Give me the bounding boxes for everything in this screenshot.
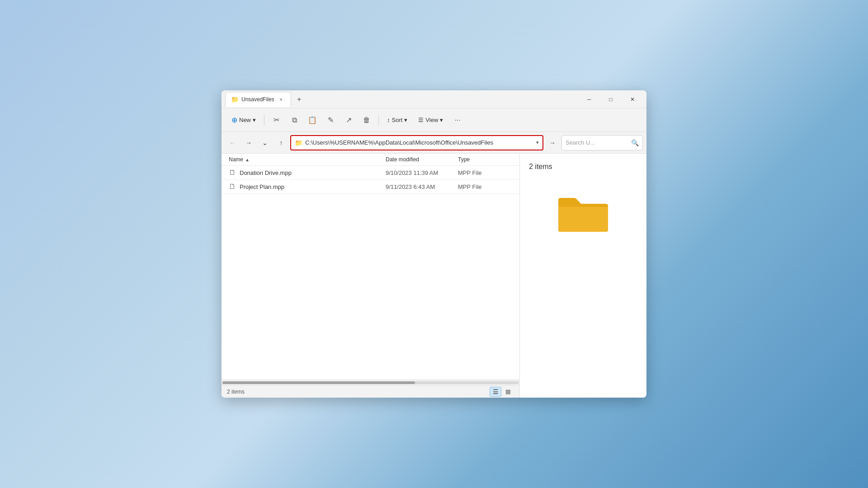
title-bar: 📁 UnsavedFiles × + ─ □ ✕ bbox=[222, 90, 646, 108]
view-button[interactable]: ☰ View ▾ bbox=[414, 112, 448, 128]
tab-close-button[interactable]: × bbox=[277, 95, 285, 103]
file-pane: Name ▲ Date modified Type 🗋 Donation Dri… bbox=[222, 154, 520, 398]
status-item-count: 2 items bbox=[227, 389, 245, 395]
address-go-button[interactable]: → bbox=[545, 136, 560, 150]
cut-button[interactable]: ✂ bbox=[268, 112, 284, 128]
view-label: View bbox=[425, 117, 438, 123]
search-placeholder: Search U... bbox=[566, 139, 628, 146]
back-button[interactable]: ← bbox=[225, 136, 240, 150]
sort-dropdown-icon: ▾ bbox=[404, 117, 407, 123]
search-box[interactable]: Search U... 🔍 bbox=[561, 135, 643, 150]
file-date: 9/10/2023 11:39 AM bbox=[386, 169, 458, 176]
new-tab-button[interactable]: + bbox=[293, 93, 306, 106]
more-button[interactable]: ··· bbox=[449, 112, 466, 128]
new-dropdown-icon: ▾ bbox=[253, 117, 256, 123]
rename-button[interactable]: ✎ bbox=[322, 112, 339, 128]
share-icon: ↗ bbox=[346, 116, 352, 124]
new-icon: ⊕ bbox=[231, 116, 237, 124]
preview-folder-icon bbox=[556, 189, 610, 234]
scrollbar-thumb[interactable] bbox=[222, 381, 415, 384]
sort-arrow-icon: ▲ bbox=[245, 157, 250, 162]
address-dropdown-icon[interactable]: ▾ bbox=[536, 140, 539, 145]
address-text: C:\Users\%USERNAME%\AppData\Local\Micros… bbox=[305, 139, 533, 146]
col-date-header[interactable]: Date modified bbox=[386, 156, 458, 163]
preview-item-count: 2 items bbox=[529, 163, 552, 171]
file-date: 9/11/2023 6:43 AM bbox=[386, 183, 458, 190]
address-box[interactable]: 📁 C:\Users\%USERNAME%\AppData\Local\Micr… bbox=[290, 135, 543, 150]
toolbar-separator-1 bbox=[264, 115, 264, 126]
forward-button[interactable]: → bbox=[241, 136, 256, 150]
file-icon: 🗋 bbox=[229, 169, 236, 177]
delete-icon: 🗑 bbox=[363, 116, 370, 124]
file-type: MPP File bbox=[458, 169, 512, 176]
recent-locations-button[interactable]: ⌄ bbox=[258, 136, 272, 150]
copy-button[interactable]: ⧉ bbox=[286, 112, 302, 128]
minimize-button[interactable]: ─ bbox=[579, 92, 599, 107]
col-date-label: Date modified bbox=[386, 156, 419, 163]
search-icon[interactable]: 🔍 bbox=[631, 139, 639, 146]
file-icon: 🗋 bbox=[229, 183, 236, 191]
tab-folder-icon: 📁 bbox=[231, 96, 239, 103]
tab-area: 📁 UnsavedFiles × + bbox=[225, 92, 579, 107]
content-area: Name ▲ Date modified Type 🗋 Donation Dri… bbox=[222, 154, 646, 398]
sort-label: Sort bbox=[392, 117, 403, 123]
maximize-button[interactable]: □ bbox=[600, 92, 621, 107]
delete-button[interactable]: 🗑 bbox=[359, 112, 375, 128]
window-controls: ─ □ ✕ bbox=[579, 92, 643, 107]
col-type-header[interactable]: Type bbox=[458, 156, 512, 163]
paste-button[interactable]: 📋 bbox=[304, 112, 321, 128]
column-headers: Name ▲ Date modified Type bbox=[222, 154, 519, 166]
sort-icon: ↕ bbox=[387, 117, 390, 123]
status-bar: 2 items ☰ ⊞ bbox=[222, 385, 519, 398]
copy-icon: ⧉ bbox=[292, 116, 297, 124]
table-row[interactable]: 🗋 Project Plan.mpp 9/11/2023 6:43 AM MPP… bbox=[222, 180, 519, 194]
file-explorer-window: 📁 UnsavedFiles × + ─ □ ✕ ⊕ New ▾ ✂ ⧉ 📋 bbox=[222, 90, 646, 398]
file-name: Donation Drive.mpp bbox=[240, 169, 386, 176]
col-name-label: Name bbox=[229, 156, 243, 163]
grid-view-button[interactable]: ⊞ bbox=[502, 387, 514, 397]
file-list: 🗋 Donation Drive.mpp 9/10/2023 11:39 AM … bbox=[222, 166, 519, 380]
tab-title: UnsavedFiles bbox=[241, 96, 274, 103]
col-type-label: Type bbox=[458, 156, 470, 163]
up-button[interactable]: ↑ bbox=[274, 136, 288, 150]
file-name: Project Plan.mpp bbox=[240, 183, 386, 190]
share-button[interactable]: ↗ bbox=[340, 112, 357, 128]
col-name-header[interactable]: Name ▲ bbox=[229, 156, 386, 163]
scrollbar-container bbox=[222, 380, 519, 385]
table-row[interactable]: 🗋 Donation Drive.mpp 9/10/2023 11:39 AM … bbox=[222, 166, 519, 180]
toolbar: ⊕ New ▾ ✂ ⧉ 📋 ✎ ↗ 🗑 ↕ Sort ▾ ☰ bbox=[222, 108, 646, 132]
rename-icon: ✎ bbox=[328, 116, 334, 124]
view-icon: ☰ bbox=[418, 117, 424, 123]
cut-icon: ✂ bbox=[274, 116, 279, 124]
list-view-button[interactable]: ☰ bbox=[490, 387, 501, 397]
address-bar-area: ← → ⌄ ↑ 📁 C:\Users\%USERNAME%\AppData\Lo… bbox=[222, 132, 646, 154]
active-tab[interactable]: 📁 UnsavedFiles × bbox=[225, 92, 291, 107]
preview-pane: 2 items bbox=[520, 154, 646, 398]
toolbar-separator-2 bbox=[378, 115, 379, 126]
paste-icon: 📋 bbox=[308, 116, 317, 124]
new-button[interactable]: ⊕ New ▾ bbox=[227, 112, 260, 128]
view-dropdown-icon: ▾ bbox=[440, 117, 443, 123]
sort-button[interactable]: ↕ Sort ▾ bbox=[382, 112, 412, 128]
file-type: MPP File bbox=[458, 183, 512, 190]
view-toggle: ☰ ⊞ bbox=[490, 387, 514, 397]
address-folder-icon: 📁 bbox=[295, 139, 302, 146]
new-label: New bbox=[239, 117, 251, 123]
more-icon: ··· bbox=[455, 116, 461, 124]
close-button[interactable]: ✕ bbox=[622, 92, 643, 107]
scrollbar-track[interactable] bbox=[222, 381, 519, 384]
